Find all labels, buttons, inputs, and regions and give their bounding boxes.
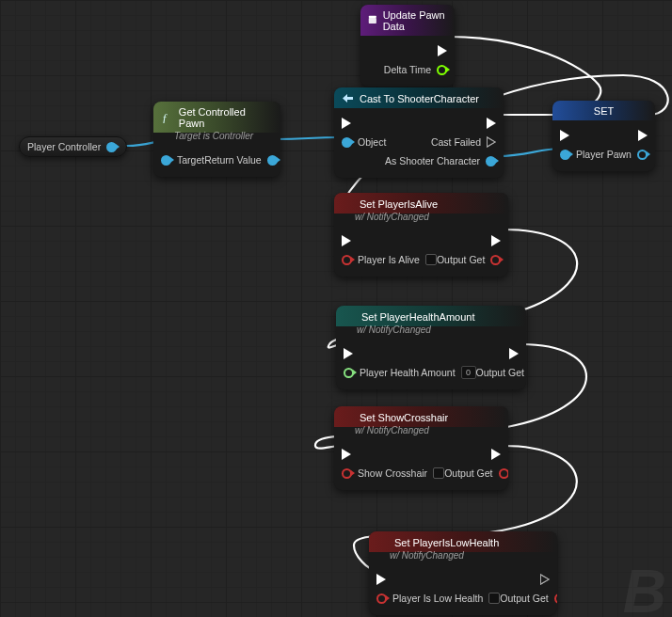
event-icon [368, 15, 377, 27]
node-title: Update Pawn Data [383, 9, 447, 32]
node-cast-shooter-character[interactable]: Cast To ShooterCharacter Object Cast Fai… [334, 87, 504, 178]
checkbox-alive[interactable] [425, 254, 437, 265]
output-get-pin[interactable]: Output Get [476, 367, 526, 378]
pin-label-show-crosshair: Show Crosshair [358, 467, 427, 479]
exec-in-pin[interactable] [560, 130, 569, 141]
pin-label-target: Target [177, 154, 204, 166]
node-set-player-is-alive[interactable]: Set PlayerIsAlive w/ NotifyChanged Playe… [334, 193, 508, 277]
pin-label-player-pawn: Player Pawn [576, 149, 632, 160]
function-icon: f [161, 112, 173, 124]
pin-label-low-health: Player Is Low Health [392, 593, 483, 604]
player-is-alive-pin[interactable]: Player Is Alive [342, 254, 437, 265]
node-set-player-health-amount[interactable]: Set PlayerHealthAmount w/ NotifyChanged … [336, 306, 526, 389]
object-pin[interactable]: Object [342, 136, 386, 148]
cast-failed-pin[interactable]: Cast Failed [431, 136, 496, 148]
pin-label-alive: Player Is Alive [358, 254, 420, 265]
node-subtitle: w/ NotifyChanged [369, 550, 557, 564]
exec-in-pin[interactable] [376, 574, 386, 585]
exec-in-pin[interactable] [344, 348, 353, 359]
node-subtitle: w/ NotifyChanged [334, 425, 508, 439]
as-shooter-pin[interactable]: As Shooter Character [385, 155, 496, 166]
cast-icon [342, 92, 354, 104]
node-set-player-is-low-health[interactable]: Set PlayerIsLowHealth w/ NotifyChanged P… [369, 531, 557, 615]
node-header: f Get Controlled Pawn [153, 102, 280, 133]
pin-label-return: Return Value [204, 154, 262, 166]
exec-out-pin[interactable] [491, 235, 501, 246]
output-get-pin[interactable]: Output Get [444, 467, 508, 479]
node-header: Set PlayerIsAlive [334, 193, 508, 214]
pin-label-output-get: Output Get [444, 467, 492, 479]
node-set-player-pawn[interactable]: SET Player Pawn [552, 101, 655, 171]
node-header: Set PlayerIsLowHealth [369, 531, 557, 552]
setter-icon [342, 411, 354, 423]
node-title: Get Controlled Pawn [179, 106, 273, 129]
node-subtitle: w/ NotifyChanged [336, 324, 526, 339]
player-pawn-in-pin[interactable]: Player Pawn [560, 149, 632, 160]
exec-out-pin[interactable] [487, 118, 496, 129]
node-set-show-crosshair[interactable]: Set ShowCrosshair w/ NotifyChanged Show … [334, 406, 508, 490]
return-value-pin[interactable]: Return Value [204, 154, 278, 166]
exec-out-pin[interactable] [540, 574, 550, 585]
exec-out-pin[interactable] [438, 45, 447, 56]
output-get-pin[interactable]: Output Get [437, 254, 501, 265]
pin-label-output-get: Output Get [476, 367, 524, 378]
node-subtitle: w/ NotifyChanged [334, 212, 508, 226]
pin-label-as-shooter: As Shooter Character [385, 155, 480, 166]
health-amount-input[interactable]: 0 [461, 366, 476, 379]
pin-label-health-amount: Player Health Amount [360, 367, 456, 378]
setter-icon [342, 198, 354, 210]
pin-label-output-get: Output Get [500, 593, 548, 604]
node-header: Set ShowCrosshair [334, 406, 508, 427]
delta-time-pin[interactable]: Delta Time [384, 64, 447, 75]
variable-label: Player Controller [27, 141, 101, 152]
exec-in-pin[interactable] [342, 118, 351, 129]
watermark: B [623, 557, 666, 617]
node-subtitle: Target is Controller [153, 131, 280, 145]
node-title: Set PlayerIsAlive [360, 198, 438, 210]
exec-out-pin[interactable] [509, 348, 519, 359]
variable-player-controller[interactable]: Player Controller [19, 136, 127, 157]
pin-label-object: Object [358, 136, 386, 148]
target-pin[interactable]: Target [161, 154, 204, 166]
node-header: SET [552, 101, 655, 120]
show-crosshair-pin[interactable]: Show Crosshair [342, 467, 444, 479]
variable-out-pin[interactable] [106, 142, 117, 152]
node-header: Cast To ShooterCharacter [334, 87, 504, 108]
exec-out-pin[interactable] [491, 449, 501, 460]
exec-out-pin[interactable] [638, 130, 648, 141]
node-title: SET [594, 105, 614, 117]
svg-rect-1 [369, 16, 376, 18]
setter-icon [344, 310, 356, 323]
pin-label-delta-time: Delta Time [384, 64, 431, 75]
node-get-controlled-pawn[interactable]: f Get Controlled Pawn Target is Controll… [153, 102, 280, 177]
exec-in-pin[interactable] [342, 235, 351, 246]
setter-icon [376, 536, 389, 548]
node-title: Set ShowCrosshair [360, 412, 448, 423]
svg-text:f: f [163, 112, 168, 124]
node-update-pawn-data[interactable]: Update Pawn Data Delta Time [360, 5, 455, 87]
node-header: Set PlayerHealthAmount [336, 306, 526, 326]
pin-label-cast-failed: Cast Failed [431, 136, 481, 148]
checkbox-low-health[interactable] [488, 593, 500, 604]
exec-in-pin[interactable] [342, 449, 351, 460]
node-title: Set PlayerHealthAmount [361, 311, 474, 323]
node-title: Set PlayerIsLowHealth [394, 537, 499, 548]
node-title: Cast To ShooterCharacter [360, 93, 479, 104]
pin-label-output-get: Output Get [437, 254, 485, 265]
svg-rect-0 [369, 18, 376, 24]
player-pawn-out-pin[interactable] [637, 150, 648, 160]
checkbox-crosshair[interactable] [433, 467, 444, 479]
output-get-pin[interactable]: Output Get [500, 593, 557, 604]
health-amount-pin[interactable]: Player Health Amount 0 [344, 366, 476, 379]
low-health-pin[interactable]: Player Is Low Health [376, 593, 500, 604]
node-header: Update Pawn Data [360, 5, 455, 36]
